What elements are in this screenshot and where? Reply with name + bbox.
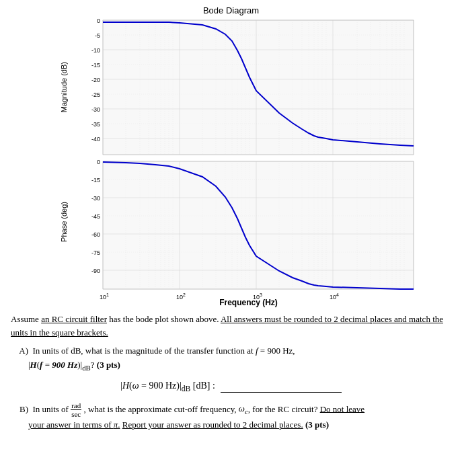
- svg-text:10: 10: [99, 294, 106, 299]
- chart-title: Bode Diagram: [203, 5, 259, 15]
- svg-text:0: 0: [96, 159, 100, 165]
- svg-text:-30: -30: [91, 195, 100, 202]
- svg-text:-10: -10: [91, 47, 100, 54]
- svg-rect-0: [103, 20, 414, 155]
- svg-text:10: 10: [176, 294, 182, 299]
- question-b: B) In units of rad sec , what is the app…: [8, 401, 454, 432]
- question-a: A) In units of dB, what is the magnitude…: [8, 344, 454, 393]
- question-b-text: B) In units of rad sec , what is the app…: [11, 401, 451, 432]
- svg-rect-1: [103, 161, 414, 289]
- svg-text:-35: -35: [91, 121, 100, 128]
- svg-text:-15: -15: [91, 177, 100, 184]
- svg-text:-15: -15: [91, 62, 100, 69]
- page-container: Bode Diagram Magnitude (dB) Phase (deg): [0, 0, 462, 445]
- svg-text:2: 2: [183, 292, 186, 297]
- svg-text:4: 4: [336, 292, 339, 297]
- svg-text:-40: -40: [91, 136, 100, 143]
- svg-text:-30: -30: [91, 106, 100, 113]
- problem-intro: Assume an RC circuit filter has the bode…: [8, 313, 454, 339]
- answer-a-line[interactable]: [221, 381, 342, 393]
- svg-text:-90: -90: [91, 268, 100, 274]
- svg-text:10: 10: [329, 294, 336, 299]
- svg-text:-20: -20: [91, 77, 100, 83]
- bode-svg: 0 -5 -10 -15 -20 -25 -30 -35 -40: [68, 17, 424, 299]
- question-a-text: A) In units of dB, what is the magnitude…: [11, 344, 451, 374]
- bode-diagram: Bode Diagram Magnitude (dB) Phase (deg): [8, 5, 454, 307]
- x-axis-label: Frequency (Hz): [68, 298, 430, 307]
- question-a-answer-area: |H(ω = 900 Hz)|dB [dB] :: [11, 381, 451, 393]
- svg-text:3: 3: [260, 292, 262, 297]
- fraction-rad-sec: rad sec: [71, 401, 81, 418]
- svg-text:-45: -45: [91, 213, 100, 220]
- answer-a-prompt: |H(ω = 900 Hz)|dB [dB] :: [120, 381, 215, 393]
- svg-text:-25: -25: [91, 91, 100, 98]
- svg-text:1: 1: [106, 292, 109, 297]
- svg-text:-75: -75: [91, 249, 100, 256]
- magnitude-y-label: Magnitude (dB): [60, 62, 68, 112]
- svg-text:-60: -60: [91, 231, 100, 238]
- svg-text:-5: -5: [94, 32, 100, 39]
- svg-text:0: 0: [96, 17, 100, 24]
- phase-y-label: Phase (deg): [60, 202, 68, 242]
